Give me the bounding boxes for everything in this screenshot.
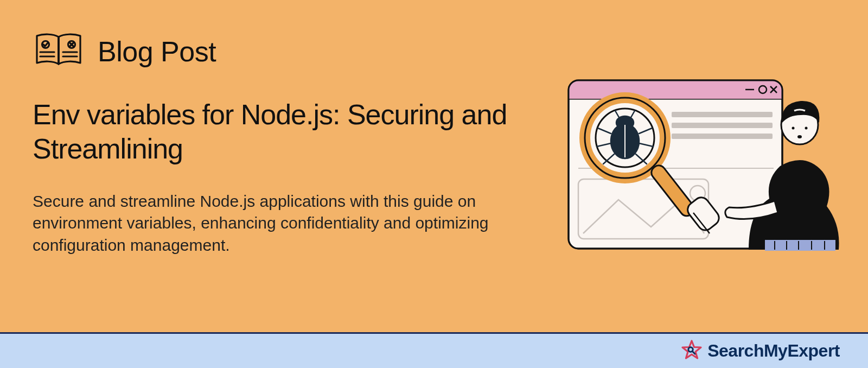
- svg-point-27: [792, 127, 795, 130]
- category-row: Blog Post: [33, 31, 542, 72]
- post-description: Secure and streamline Node.js applicatio…: [33, 191, 521, 257]
- blog-banner: Blog Post Env variables for Node.js: Sec…: [0, 0, 868, 368]
- brand-name: SearchMyExpert: [707, 341, 840, 361]
- open-book-icon: [33, 31, 85, 72]
- svg-point-29: [797, 135, 802, 138]
- brand-logo: SearchMyExpert: [681, 340, 840, 363]
- svg-rect-13: [672, 134, 773, 139]
- svg-rect-12: [672, 123, 773, 128]
- hero-illustration: [559, 71, 841, 266]
- category-label: Blog Post: [98, 35, 216, 68]
- svg-point-28: [805, 127, 808, 130]
- text-column: Blog Post Env variables for Node.js: Sec…: [33, 31, 542, 256]
- post-title: Env variables for Node.js: Securing and …: [33, 98, 542, 167]
- svg-line-37: [692, 351, 695, 354]
- footer-bar: SearchMyExpert: [0, 332, 868, 368]
- svg-rect-11: [672, 112, 773, 117]
- star-icon: [681, 340, 702, 363]
